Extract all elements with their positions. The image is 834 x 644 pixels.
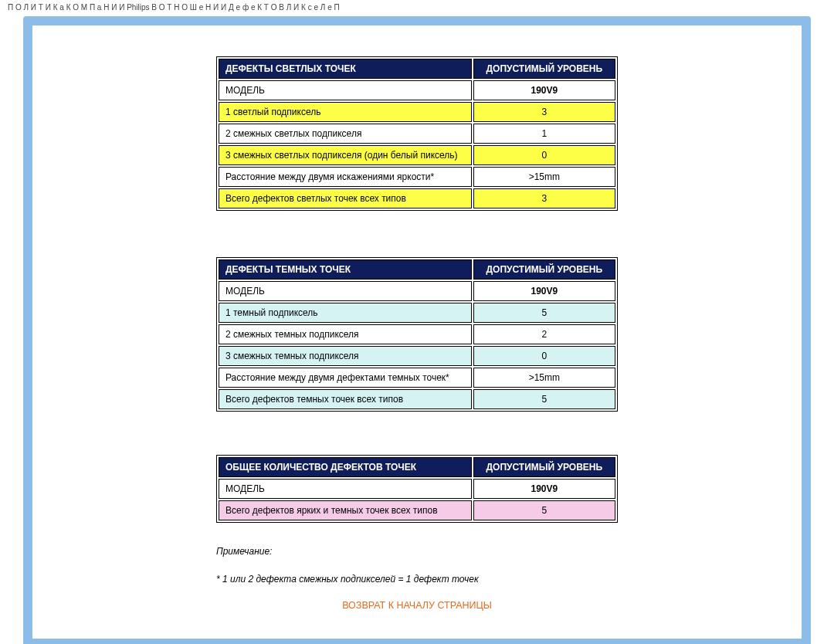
table-header-left: ДЕФЕКТЫ СВЕТЛЫХ ТОЧЕК: [219, 59, 472, 79]
model-value: 190V9: [473, 479, 615, 499]
table-header-right: ДОПУСТИМЫЙ УРОВЕНЬ: [473, 259, 615, 280]
table-header-left: ДЕФЕКТЫ ТЕМНЫХ ТОЧЕК: [219, 259, 472, 280]
content-column: ДЕФЕКТЫ СВЕТЛЫХ ТОЧЕК ДОПУСТИМЫЙ УРОВЕНЬ…: [216, 56, 618, 611]
spacer: [216, 412, 618, 455]
table-header-left: ОБЩЕЕ КОЛИЧЕСТВО ДЕФЕКТОВ ТОЧЕК: [219, 457, 472, 477]
row-value: 0: [473, 346, 615, 366]
table-header-right: ДОПУСТИМЫЙ УРОВЕНЬ: [473, 457, 615, 477]
content-frame-outer: ДЕФЕКТЫ СВЕТЛЫХ ТОЧЕК ДОПУСТИМЫЙ УРОВЕНЬ…: [23, 16, 811, 644]
model-label: МОДЕЛЬ: [219, 281, 472, 301]
row-value: 1: [473, 124, 615, 144]
row-value: 5: [473, 303, 615, 323]
row-label: 3 смежных светлых подпикселя (один белый…: [219, 145, 472, 165]
spacer: [216, 211, 618, 257]
row-value: 5: [473, 389, 615, 409]
model-value: 190V9: [473, 281, 615, 301]
table-bright-defects: ДЕФЕКТЫ СВЕТЛЫХ ТОЧЕК ДОПУСТИМЫЙ УРОВЕНЬ…: [216, 56, 618, 211]
row-label: 2 смежных темных подпикселя: [219, 324, 472, 344]
row-label: Расстояние между двумя искажениями яркос…: [219, 167, 472, 187]
return-to-top-link[interactable]: ВОЗВРАТ К НАЧАЛУ СТРАНИЦЫ: [216, 600, 618, 611]
model-label: МОДЕЛЬ: [219, 479, 472, 499]
row-label: 1 темный подпиксель: [219, 303, 472, 323]
row-value: >15mm: [473, 167, 615, 187]
row-label: Всего дефектов темных точек всех типов: [219, 389, 472, 409]
row-value: >15mm: [473, 368, 615, 388]
row-label: 2 смежных светлых подпикселя: [219, 124, 472, 144]
row-value: 0: [473, 145, 615, 165]
page-header-text: П О Л И Т И К а К О М П а Н И И Philips …: [0, 0, 834, 15]
table-dark-defects: ДЕФЕКТЫ ТЕМНЫХ ТОЧЕК ДОПУСТИМЫЙ УРОВЕНЬ …: [216, 257, 618, 412]
note-heading: Примечание:: [216, 544, 618, 558]
row-label: 1 светлый подпиксель: [219, 102, 472, 122]
row-value: 3: [473, 102, 615, 122]
row-label: Расстояние между двумя дефектами темных …: [219, 368, 472, 388]
row-value: 3: [473, 188, 615, 208]
content-frame-inner: ДЕФЕКТЫ СВЕТЛЫХ ТОЧЕК ДОПУСТИМЫЙ УРОВЕНЬ…: [32, 25, 802, 639]
row-label: 3 смежных темных подпикселя: [219, 346, 472, 366]
row-value: 2: [473, 324, 615, 344]
row-label: Всего дефектов ярких и темных точек всех…: [219, 500, 472, 520]
row-label: Всего дефектов светлых точек всех типов: [219, 188, 472, 208]
table-header-right: ДОПУСТИМЫЙ УРОВЕНЬ: [473, 59, 615, 79]
table-total-defects: ОБЩЕЕ КОЛИЧЕСТВО ДЕФЕКТОВ ТОЧЕК ДОПУСТИМ…: [216, 455, 618, 523]
footnotes-block: Примечание: * 1 или 2 дефекта смежных по…: [216, 544, 618, 586]
model-label: МОДЕЛЬ: [219, 80, 472, 100]
model-value: 190V9: [473, 80, 615, 100]
row-value: 5: [473, 500, 615, 520]
note-text: * 1 или 2 дефекта смежных подпикселей = …: [216, 572, 618, 586]
